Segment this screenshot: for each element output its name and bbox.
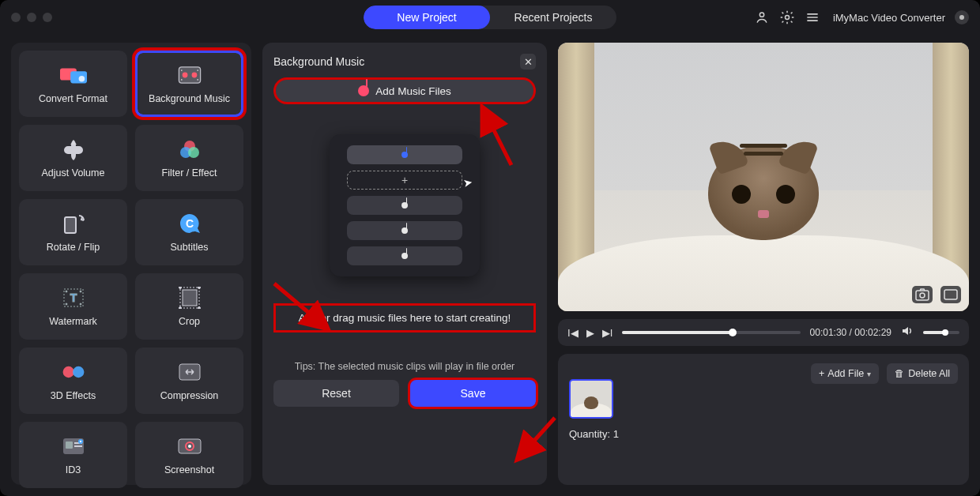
tool-watermark[interactable]: T Watermark (19, 273, 127, 340)
tool-compression[interactable]: Compression (135, 348, 243, 414)
close-window-icon[interactable] (11, 13, 21, 22)
svg-point-39 (188, 445, 191, 448)
tool-crop[interactable]: Crop (135, 273, 243, 340)
rotate-flip-icon (60, 212, 87, 235)
cursor-icon: ➤ (462, 175, 474, 190)
svg-rect-42 (944, 290, 957, 299)
svg-rect-23 (183, 290, 197, 306)
svg-rect-15 (65, 217, 76, 233)
tool-label: Crop (179, 316, 200, 327)
settings-icon[interactable] (779, 9, 795, 25)
content-area: Convert Format Background Music Adjust V… (0, 35, 980, 496)
tool-label: Filter / Effect (162, 167, 217, 178)
music-slot[interactable] (347, 221, 462, 240)
tool-label: 3D Effects (51, 390, 96, 401)
music-slot[interactable] (347, 246, 462, 265)
svg-point-14 (188, 147, 199, 158)
filter-effect-icon (176, 137, 203, 161)
tool-label: Watermark (49, 316, 97, 327)
svg-rect-5 (179, 67, 200, 83)
compression-icon (176, 360, 203, 384)
tool-label: Subtitles (171, 242, 209, 253)
tab-recent-projects[interactable]: Recent Projects (490, 6, 616, 29)
panel-title: Background Music (273, 55, 364, 68)
svg-point-26 (198, 287, 200, 289)
svg-point-22 (80, 303, 81, 305)
titlebar-right: iMyMac Video Converter (754, 9, 969, 25)
svg-point-41 (920, 293, 925, 298)
id3-icon (60, 434, 87, 458)
tool-label: Background Music (149, 93, 230, 104)
fullscreen-icon[interactable] (940, 286, 961, 303)
add-music-files-button[interactable]: Add Music Files (273, 77, 536, 104)
snapshot-icon[interactable] (912, 286, 933, 303)
tool-convert-format[interactable]: Convert Format (19, 51, 127, 117)
music-slot[interactable] (347, 196, 462, 215)
tool-label: Convert Format (39, 93, 107, 104)
svg-point-8 (180, 70, 182, 71)
file-list-panel: +Add File▾ 🗑Delete All Quantity: 1 (558, 354, 969, 485)
svg-point-10 (180, 79, 182, 81)
volume-icon[interactable] (901, 325, 914, 340)
svg-point-9 (197, 70, 198, 71)
adjust-volume-icon (60, 137, 87, 161)
seek-bar[interactable] (622, 331, 800, 334)
svg-point-19 (66, 291, 67, 292)
tool-adjust-volume[interactable]: Adjust Volume (19, 125, 127, 191)
music-slot[interactable] (347, 145, 462, 164)
tab-new-project[interactable]: New Project (364, 6, 490, 29)
tool-label: Adjust Volume (42, 167, 105, 178)
menu-icon[interactable] (805, 9, 820, 25)
close-panel-button[interactable]: ✕ (520, 54, 536, 70)
music-slot-add[interactable]: +➤ (347, 171, 462, 190)
tool-rotate-flip[interactable]: Rotate / Flip (19, 199, 127, 265)
tool-grid: Convert Format Background Music Adjust V… (11, 43, 251, 485)
watermark-icon: T (60, 286, 87, 310)
app-name-label: iMyMac Video Converter (833, 12, 945, 24)
svg-point-28 (198, 307, 200, 310)
svg-rect-33 (66, 442, 73, 449)
zoom-window-icon[interactable] (43, 13, 52, 22)
music-note-icon (401, 202, 408, 209)
svg-text:T: T (70, 291, 77, 304)
volume-slider[interactable] (923, 331, 959, 334)
trash-icon: 🗑 (895, 368, 905, 379)
account-icon[interactable] (754, 9, 770, 25)
drop-hint: Add or drag music files here to start cr… (273, 303, 536, 333)
panel-buttons: Reset Save (273, 380, 536, 407)
svg-point-6 (182, 73, 187, 78)
tool-background-music[interactable]: Background Music (135, 51, 243, 117)
video-preview (558, 43, 969, 311)
tool-screenshot[interactable]: Screenshot (135, 422, 243, 488)
tool-3d-effects[interactable]: 3D Effects (19, 348, 127, 414)
save-button[interactable]: Save (410, 380, 536, 407)
tool-filter-effect[interactable]: Filter / Effect (135, 125, 243, 191)
preview-image (558, 43, 969, 311)
screenshot-icon (176, 434, 203, 458)
minimize-window-icon[interactable] (27, 13, 36, 22)
next-button[interactable]: ▶I (602, 327, 613, 339)
time-display: 00:01:30 / 00:02:29 (810, 327, 891, 338)
tool-id3[interactable]: ID3 (19, 422, 127, 488)
svg-point-1 (785, 16, 789, 20)
add-file-button[interactable]: +Add File▾ (811, 363, 879, 384)
brand-logo-icon (955, 10, 969, 24)
prev-button[interactable]: I◀ (567, 327, 579, 339)
svg-point-27 (179, 307, 181, 310)
subtitles-icon: C (176, 212, 203, 235)
svg-rect-40 (916, 291, 929, 300)
tool-subtitles[interactable]: C Subtitles (135, 199, 243, 265)
music-drop-area[interactable]: +➤ (330, 134, 480, 276)
svg-point-30 (73, 366, 84, 378)
svg-point-0 (760, 13, 763, 17)
play-button[interactable]: ▶ (586, 327, 594, 339)
playback-buttons: I◀ ▶ ▶I (567, 327, 612, 339)
delete-all-button[interactable]: 🗑Delete All (887, 363, 958, 384)
reset-button[interactable]: Reset (273, 380, 399, 407)
window-controls[interactable] (11, 13, 52, 22)
background-music-panel: Background Music ✕ Add Music Files +➤ Ad… (262, 43, 547, 485)
file-thumbnail[interactable] (569, 379, 613, 419)
crop-icon (176, 286, 203, 310)
convert-format-icon (60, 63, 87, 87)
svg-point-21 (66, 303, 67, 305)
